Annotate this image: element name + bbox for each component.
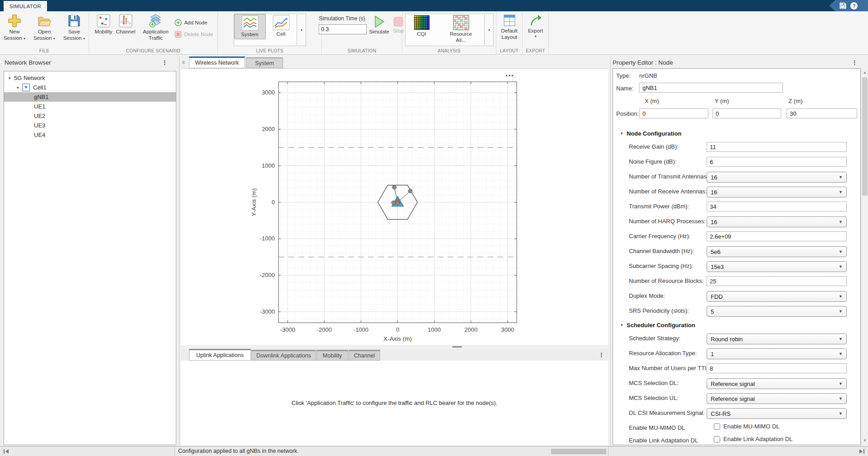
resource-allocation-button[interactable]: Resource All... [438, 14, 484, 45]
tree-item-ue4[interactable]: UE4 [4, 130, 176, 140]
property-row: Number of Receive Antennas:16▼ [613, 187, 861, 197]
ue-marker[interactable] [392, 185, 396, 189]
property-input[interactable] [707, 202, 847, 212]
default-layout-button[interactable]: Default Layout [496, 13, 522, 42]
property-label: Scheduler Strategy: [629, 335, 680, 342]
tab-downlink-applications[interactable]: Downlink Applications [251, 350, 316, 361]
scrollbar-thumb[interactable] [862, 77, 868, 196]
position-z-input[interactable] [787, 108, 857, 118]
tab-mobility[interactable]: Mobility [316, 350, 348, 361]
tree-item-ue3[interactable]: UE3 [4, 121, 176, 130]
scroll-down-icon[interactable]: ▼ [861, 437, 868, 444]
save-session-button[interactable]: Save Session ▾ [60, 13, 89, 42]
property-label: Noise Figure (dB): [629, 158, 676, 165]
property-dropdown[interactable]: Reference signal▼ [707, 378, 847, 389]
chevron-down-icon: ▼ [839, 220, 843, 224]
collapse-left-icon[interactable] [4, 449, 9, 454]
live-plots-gallery-dropdown[interactable]: ▾ [298, 14, 306, 46]
position-y-input[interactable] [712, 108, 781, 118]
ue-marker[interactable] [408, 189, 412, 193]
tab-wireless-network[interactable]: Wireless Network [189, 56, 245, 68]
panel-divider[interactable] [610, 56, 611, 446]
property-dropdown[interactable]: 16▼ [707, 187, 847, 197]
property-row: MCS Selection DL:Reference signal▼ [613, 378, 861, 388]
collapse-arrow-icon[interactable]: ▾ [9, 76, 14, 80]
property-editor-menu-icon[interactable]: ⋮ [852, 59, 858, 66]
tree-item-gnb1[interactable]: gNB1 [4, 92, 176, 102]
cqi-button[interactable]: CQI [406, 14, 438, 38]
axes-toolbar-icon[interactable]: ••• [505, 72, 514, 79]
cell-plot-button[interactable]: Cell [266, 14, 297, 38]
panel-divider[interactable] [179, 56, 179, 446]
tree-item-5g-network[interactable]: ▾ 5G Network [4, 73, 176, 83]
tab-simulator[interactable]: SIMULATOR [4, 1, 47, 11]
ue-marker[interactable] [392, 201, 396, 205]
tab-uplink-applications[interactable]: Uplink Applications [189, 349, 251, 361]
tree-item-ue1[interactable]: UE1 [4, 102, 176, 111]
x-column-header: X (m) [645, 98, 659, 104]
export-button[interactable]: Export ▾ [527, 13, 544, 39]
property-dropdown[interactable]: 16▼ [707, 216, 847, 227]
simulation-time-input[interactable] [319, 24, 367, 34]
position-x-input[interactable] [639, 108, 708, 118]
help-icon[interactable]: ? [850, 2, 858, 9]
simulate-button[interactable]: Simulate [368, 13, 391, 36]
application-traffic-button[interactable]: Application Traffic [137, 13, 174, 42]
property-row: Scheduler Strategy:Round robin▼ [613, 334, 861, 343]
property-row: Resource Allocation Type:1▼ [613, 348, 861, 358]
tree-item-ue2[interactable]: UE2 [4, 111, 176, 121]
delete-node-button[interactable]: Delete Node [175, 30, 213, 39]
system-plot-toggle[interactable]: System [234, 14, 266, 39]
dock-handle-icon[interactable]: ≡ [182, 59, 185, 66]
property-input[interactable] [707, 157, 847, 167]
property-dropdown[interactable]: Reference signal▼ [707, 393, 847, 404]
resource-allocation-grid-icon [453, 15, 469, 30]
add-node-button[interactable]: Add Node [175, 18, 213, 27]
section-header-scheduler-configuration[interactable]: ▾Scheduler Configuration [613, 321, 861, 332]
svg-text:0: 0 [272, 199, 275, 206]
property-dropdown[interactable]: 1▼ [707, 348, 847, 359]
network-browser-menu-icon[interactable]: ⋮ [162, 59, 168, 66]
mobility-button[interactable]: Mobility [94, 13, 114, 36]
property-dropdown[interactable]: Round robin▼ [707, 334, 847, 344]
property-dropdown[interactable]: FDD▼ [707, 291, 847, 302]
property-dropdown[interactable]: 16▼ [707, 172, 847, 183]
property-row: MCS Selection UL:Reference signal▼ [613, 393, 861, 403]
simulate-play-icon [373, 15, 386, 28]
collapse-arrow-icon[interactable]: ▾ [17, 85, 22, 90]
horizontal-scrollbar-thumb[interactable] [551, 449, 606, 454]
save-icon[interactable] [840, 2, 846, 9]
open-session-button[interactable]: Open Session ▾ [30, 13, 59, 42]
tab-channel[interactable]: Channel [349, 350, 380, 361]
property-editor-scrollbar[interactable]: ▲ ▼ [861, 68, 868, 445]
default-layout-icon [503, 14, 516, 27]
property-label: Receive Gain (dB): [629, 143, 679, 150]
collapse-right-icon[interactable] [859, 449, 864, 454]
property-input[interactable] [707, 276, 847, 286]
property-label: MCS Selection UL: [629, 395, 679, 401]
tree-item-cell1[interactable]: ▾ ★ Cell1 [4, 83, 176, 92]
new-session-button[interactable]: New Session ▾ [0, 13, 29, 42]
svg-text:-1000: -1000 [354, 326, 368, 333]
property-input[interactable] [707, 363, 847, 373]
property-checkbox[interactable] [714, 436, 720, 442]
section-header-node-configuration[interactable]: ▾Node Configuration [613, 129, 861, 140]
chevron-down-icon: ▼ [839, 264, 843, 269]
property-dropdown[interactable]: CSI-RS▼ [707, 408, 847, 419]
property-label: Duplex Mode: [629, 292, 665, 299]
horizontal-splitter[interactable] [181, 345, 608, 349]
property-checkbox[interactable] [714, 423, 720, 430]
property-dropdown[interactable]: 5e6▼ [707, 246, 847, 257]
property-dropdown[interactable]: 5▼ [707, 306, 847, 317]
property-input[interactable] [707, 231, 847, 241]
svg-text:-1000: -1000 [260, 235, 275, 242]
property-dropdown[interactable]: 15e3▼ [707, 261, 847, 272]
scroll-up-icon[interactable]: ▲ [861, 69, 868, 76]
ue-marker[interactable] [396, 201, 400, 205]
name-input[interactable] [639, 83, 783, 93]
bottom-panel-menu-icon[interactable]: ⋮ [599, 352, 605, 358]
property-input[interactable] [707, 142, 847, 152]
analysis-gallery-dropdown[interactable]: ▾ [486, 14, 494, 46]
channel-button[interactable]: Channel [115, 13, 137, 36]
tab-system[interactable]: System [246, 57, 283, 68]
